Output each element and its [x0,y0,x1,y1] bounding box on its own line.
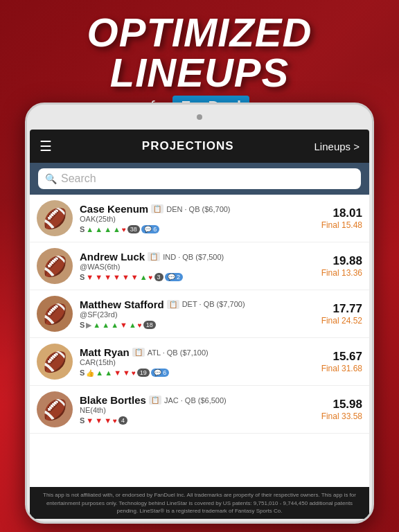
score-main: 19.88 [321,254,362,268]
arrow-up: ▲ [129,321,136,329]
arrow-up: ▲ [140,273,148,281]
arrow-down: ▼ [123,369,130,377]
score-final: Final 33.58 [321,411,362,421]
player-name: Matt Ryan [80,346,130,358]
search-placeholder: Search [61,172,96,185]
indicator-s: S [80,416,85,425]
player-rank: @WAS(6th) [80,263,314,271]
arrow-up: ▲ [95,225,103,233]
score-final: Final 31.68 [321,364,362,373]
arrow-down: ▼ [120,321,127,329]
arrow-down: ▼ [122,273,130,281]
avatar: 🏈 [37,296,73,332]
player-list: 🏈 Case Keenum 📋 DEN · QB ($6,700) OAK(25… [30,195,369,487]
score-final: Final 13.36 [321,268,362,278]
arrow-up: ▲ [105,369,112,377]
player-indicators: S ▼ ▼ ▼ ▼ ▼ ▼ ▲ ♥ 3 💬 2 [80,273,314,281]
footer-disclaimer: This app is not affiliated with, or endo… [30,487,369,519]
score-main: 15.67 [321,350,362,364]
lineups-button[interactable]: Lineups > [314,141,360,152]
heart-icon: ♥ [138,321,142,329]
team-badge: 📋 [167,300,179,309]
tablet-frame: ☰ PROJECTIONS Lineups > 🔍 Search 🏈 Case … [25,103,374,524]
arrow-down: ▼ [95,416,103,425]
player-name-row: Matt Ryan 📋 ATL · QB ($7,100) [80,346,314,358]
table-row[interactable]: 🏈 Andrew Luck 📋 IND · QB ($7,500) @WAS(6… [30,242,369,290]
arrow-down: ▼ [86,416,94,425]
indicator-s: S [80,321,85,329]
heart-icon: ♥ [132,369,136,377]
arrow-up: ▲ [86,225,94,233]
avatar: 🏈 [37,200,73,236]
table-row[interactable]: 🏈 Case Keenum 📋 DEN · QB ($6,700) OAK(25… [30,195,369,242]
player-rank: CAR(15th) [80,358,314,366]
team-badge: 📋 [132,348,145,357]
tablet-top-bar [27,105,372,130]
count-badge: 19 [137,369,150,377]
player-rank: NE(4th) [80,406,314,414]
player-name: Andrew Luck [80,251,145,263]
arrow-gray: ▶ [86,321,91,330]
player-name-row: Case Keenum 📋 DEN · QB ($6,700) [80,203,314,215]
comment-badge: 💬 2 [165,273,184,281]
player-indicators: S ▲ ▲ ▲ ▲ ♥ 38 💬 6 [80,225,314,233]
count-badge: 38 [127,225,140,233]
player-rank: @SF(23rd) [80,310,314,319]
disclaimer-text: This app is not affiliated with, or endo… [43,492,356,513]
comment-badge: 💬 6 [151,369,170,377]
player-info: Matt Ryan 📋 ATL · QB ($7,100) CAR(15th) … [80,346,314,377]
player-name: Case Keenum [80,203,148,215]
player-meta: IND · QB ($7,500) [163,253,224,261]
tablet-camera [197,114,202,120]
count-badge: 18 [143,321,156,329]
arrow-down: ▼ [86,273,94,281]
arrow-up: ▲ [102,321,109,329]
search-input-wrap[interactable]: 🔍 Search [38,168,361,189]
score-main: 17.77 [321,302,362,316]
arrow-down: ▼ [104,273,112,281]
arrow-down: ▼ [131,273,139,281]
heart-icon: ♥ [122,226,126,233]
search-bar: 🔍 Search [30,163,369,195]
player-scores: 17.77 Final 24.52 [321,302,362,326]
player-meta: ATL · QB ($7,100) [148,348,209,357]
score-final: Final 24.52 [321,316,362,326]
player-rank: OAK(25th) [80,215,314,223]
arrow-down: ▼ [113,273,121,281]
indicator-s: S [80,273,85,281]
table-row[interactable]: 🏈 Matthew Stafford 📋 DET · QB ($7,700) @… [30,290,369,338]
avatar: 🏈 [37,391,73,427]
tablet-screen: ☰ PROJECTIONS Lineups > 🔍 Search 🏈 Case … [30,130,369,519]
team-badge: 📋 [148,252,160,261]
arrow-down: ▼ [104,416,112,425]
player-scores: 18.01 Final 15.48 [321,206,362,230]
player-info: Matthew Stafford 📋 DET · QB ($7,700) @SF… [80,299,314,330]
player-scores: 19.88 Final 13.36 [321,254,362,278]
nav-title: PROJECTIONS [62,139,314,153]
heart-icon: ♥ [149,274,153,281]
arrow-up: ▲ [104,225,112,233]
table-row[interactable]: 🏈 Matt Ryan 📋 ATL · QB ($7,100) CAR(15th… [30,338,369,386]
player-name: Blake Bortles [80,394,146,406]
count-badge: 3 [154,273,163,281]
player-info: Blake Bortles 📋 JAC · QB ($6,500) NE(4th… [80,394,314,425]
arrow-up: ▲ [96,369,103,377]
avatar: 🏈 [37,248,73,284]
player-meta: DEN · QB ($6,700) [166,205,230,213]
hero-title-line2: LINEUPS [0,53,399,93]
count-badge: 4 [118,416,127,425]
team-badge: 📋 [151,204,163,213]
nav-bar: ☰ PROJECTIONS Lineups > [30,130,369,163]
player-name: Matthew Stafford [80,299,164,310]
player-name-row: Matthew Stafford 📋 DET · QB ($7,700) [80,299,314,310]
arrow-up: ▲ [111,321,118,329]
arrow-up: ▲ [93,321,100,329]
menu-icon[interactable]: ☰ [39,138,62,154]
like-icon: 👍 [86,369,94,377]
score-main: 15.98 [321,398,362,411]
player-indicators: S ▼ ▼ ▼ ♥ 4 [80,416,314,425]
comment-badge: 💬 6 [141,225,160,233]
score-main: 18.01 [321,206,362,220]
table-row[interactable]: 🏈 Blake Bortles 📋 JAC · QB ($6,500) NE(4… [30,386,369,434]
player-meta: DET · QB ($7,700) [182,300,245,308]
